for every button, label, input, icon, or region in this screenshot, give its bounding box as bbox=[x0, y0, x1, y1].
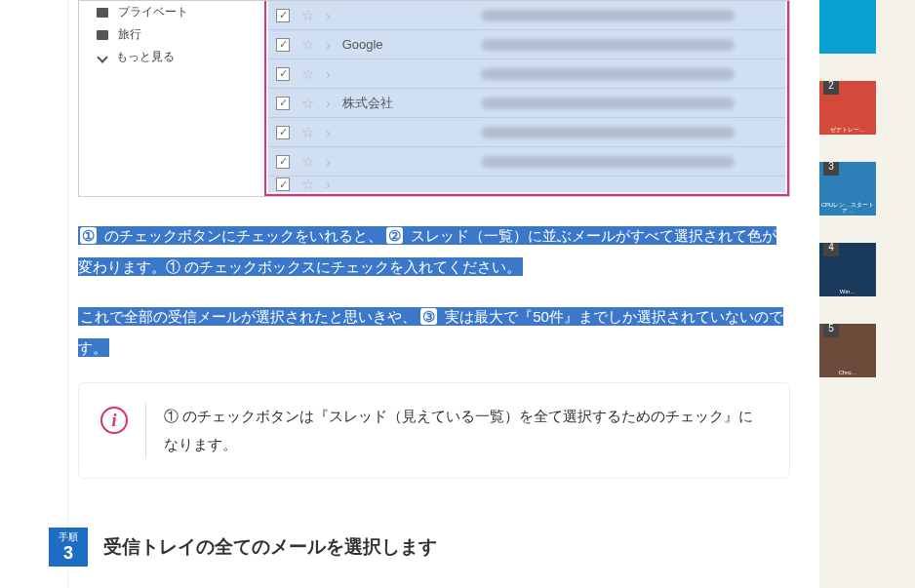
star-icon: ☆ bbox=[301, 95, 314, 112]
star-icon: ☆ bbox=[301, 7, 314, 24]
paragraph-2: これで全部の受信メールが選択されたと思いきや、③ 実は最大で『50件』までしか選… bbox=[78, 301, 790, 363]
info-text: ① のチェックボタンは『スレッド（見えている一覧）を全て選択するためのチェック』… bbox=[145, 403, 768, 458]
blurred-content bbox=[481, 39, 735, 51]
step-label: 手順 bbox=[59, 532, 78, 542]
sidebar-thumb[interactable]: 5 Chro… bbox=[819, 324, 876, 377]
circled-num-1: ① bbox=[80, 227, 97, 244]
checkbox-icon: ✓ bbox=[276, 97, 290, 110]
sidebar-thumb[interactable]: 2 ゼテトレー… bbox=[819, 81, 876, 135]
thumb-caption bbox=[819, 52, 876, 54]
highlight-text: これで全部の受信メールが選択されたと思いきや、 bbox=[78, 307, 418, 326]
checkbox-icon: ✓ bbox=[276, 38, 290, 52]
nav-label: もっと見る bbox=[116, 49, 175, 65]
rank-badge: 2 bbox=[823, 81, 839, 95]
info-icon: i bbox=[100, 407, 128, 434]
nav-item-travel: 旅行 bbox=[87, 23, 257, 46]
blurred-content bbox=[481, 127, 735, 138]
important-icon: › bbox=[326, 66, 331, 82]
thumb-caption: Chro… bbox=[819, 369, 876, 377]
star-icon: ☆ bbox=[301, 65, 314, 83]
thumb-caption: Win… bbox=[819, 288, 876, 296]
mail-row: ✓ ☆ › Google bbox=[268, 30, 785, 59]
label-icon bbox=[97, 8, 108, 18]
star-icon: ☆ bbox=[301, 36, 314, 54]
sidebar-thumb[interactable] bbox=[819, 0, 876, 54]
left-rail bbox=[0, 0, 68, 588]
checkbox-icon: ✓ bbox=[276, 177, 290, 191]
sidebar-thumb[interactable]: 4 Win… bbox=[819, 243, 876, 296]
mail-row: ✓ ☆ › bbox=[268, 59, 785, 89]
checkbox-icon: ✓ bbox=[276, 67, 290, 81]
checkbox-icon: ✓ bbox=[276, 155, 290, 169]
checkbox-icon: ✓ bbox=[276, 9, 290, 22]
right-sidebar: 2 ゼテトレー… 3 CPUレン…スタートア… 4 Win… 5 Chro… bbox=[819, 0, 915, 588]
chevron-down-icon bbox=[97, 52, 107, 62]
step-header: 手順 3 受信トレイの全てのメールを選択します bbox=[49, 528, 790, 567]
step-number: 3 bbox=[63, 544, 73, 562]
blurred-content bbox=[481, 10, 735, 21]
nav-label: プライベート bbox=[118, 4, 188, 20]
thumb-caption: ゼテトレー… bbox=[819, 126, 876, 135]
blurred-content bbox=[481, 156, 735, 168]
star-icon: ☆ bbox=[301, 176, 314, 193]
paragraph-1: ① のチェックボタンにチェックをいれると、② スレッド（一覧）に並ぶメールがすべ… bbox=[78, 220, 790, 282]
thumb-caption: CPUレン…スタートア… bbox=[819, 201, 876, 216]
mail-thread-list: ✓ ☆ › ✓ ☆ › Google ✓ bbox=[264, 1, 789, 196]
rank-badge: 3 bbox=[823, 162, 839, 176]
important-icon: › bbox=[326, 176, 331, 192]
nav-item-more: もっと見る bbox=[87, 46, 257, 68]
important-icon: › bbox=[326, 8, 331, 23]
highlight-text: のチェックボタンにチェックをいれると、 bbox=[99, 226, 384, 245]
label-icon bbox=[97, 30, 108, 40]
mail-sender: Google bbox=[342, 37, 469, 52]
step-badge: 手順 3 bbox=[49, 528, 88, 567]
important-icon: › bbox=[326, 37, 331, 53]
star-icon: ☆ bbox=[301, 153, 314, 171]
gmail-sidebar: プライベート 旅行 もっと見る bbox=[79, 1, 264, 196]
rank-badge: 5 bbox=[823, 324, 839, 337]
article-main: プライベート 旅行 もっと見る ✓ ☆ › bbox=[68, 0, 819, 588]
sidebar-thumb[interactable]: 3 CPUレン…スタートア… bbox=[819, 162, 876, 216]
circled-num-3: ③ bbox=[420, 308, 437, 325]
nav-label: 旅行 bbox=[118, 26, 141, 43]
mail-sender: 株式会社 bbox=[342, 95, 469, 112]
mail-row: ✓ ☆ › bbox=[268, 176, 785, 192]
mail-row: ✓ ☆ › 株式会社 bbox=[268, 89, 785, 118]
circled-num-2: ② bbox=[386, 227, 403, 244]
blurred-content bbox=[481, 98, 735, 109]
mail-row: ✓ ☆ › bbox=[268, 118, 785, 147]
gmail-screenshot: プライベート 旅行 もっと見る ✓ ☆ › bbox=[78, 0, 790, 197]
important-icon: › bbox=[326, 125, 331, 140]
blurred-content bbox=[481, 68, 735, 80]
important-icon: › bbox=[326, 96, 331, 111]
mail-row: ✓ ☆ › bbox=[268, 1, 785, 30]
mail-row: ✓ ☆ › bbox=[268, 147, 785, 176]
nav-item-private: プライベート bbox=[87, 1, 257, 23]
info-callout: i ① のチェックボタンは『スレッド（見えている一覧）を全て選択するためのチェッ… bbox=[78, 382, 790, 479]
checkbox-icon: ✓ bbox=[276, 126, 290, 139]
rank-badge: 4 bbox=[823, 243, 839, 256]
important-icon: › bbox=[326, 154, 331, 170]
step-title: 受信トレイの全てのメールを選択します bbox=[103, 534, 437, 560]
star-icon: ☆ bbox=[301, 124, 314, 141]
